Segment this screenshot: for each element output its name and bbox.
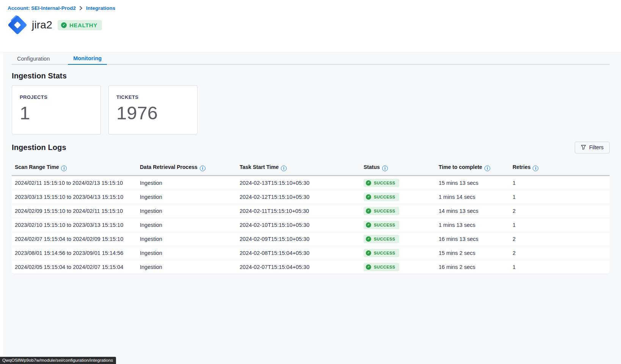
- column-label: Status: [364, 164, 380, 170]
- time-complete-cell: 15 mins 13 secs: [436, 176, 510, 190]
- integration-title-row: jira2 ✓ HEALTHY: [7, 14, 621, 36]
- check-icon: ✓: [366, 250, 371, 256]
- status-cell: ✓ SUCCESS: [361, 204, 436, 218]
- table-column-header: Task Start Timei: [237, 161, 361, 176]
- retries-cell: 1: [510, 190, 610, 204]
- stat-card-projects: PROJECTS 1: [12, 85, 101, 134]
- table-column-header: Scan Range Timei: [12, 161, 137, 176]
- retries-cell: 1: [510, 218, 610, 232]
- column-label: Data Retrieval Process: [140, 164, 198, 170]
- info-icon[interactable]: i: [281, 166, 287, 171]
- table-column-header: Data Retrieval Processi: [137, 161, 237, 176]
- scan-range-cell: 2024/02/05 15:15:04 to 2024/02/07 15:15:…: [12, 260, 137, 274]
- page-header: Account: SEI-Internal-Prod2 Integrations…: [0, 0, 621, 52]
- info-icon[interactable]: i: [533, 166, 538, 171]
- status-badge: ✓ SUCCESS: [364, 249, 399, 257]
- link-preview-status-bar: QwqOSllWp9ob7w/module/sei/configuration/…: [0, 357, 116, 364]
- info-icon[interactable]: i: [61, 166, 67, 171]
- status-badge: ✓ SUCCESS: [364, 235, 399, 243]
- check-icon: ✓: [366, 236, 371, 242]
- stat-card-tickets: TICKETS 1976: [108, 85, 198, 134]
- scan-range-cell: 2024/02/07 15:15:04 to 2024/02/09 15:15:…: [12, 232, 137, 246]
- table-row: 2023/03/13 15:15:10 to 2023/04/13 15:15:…: [12, 190, 610, 204]
- info-icon[interactable]: i: [382, 166, 388, 171]
- scan-range-cell: 2024/02/11 15:15:10 to 2024/02/13 15:15:…: [12, 176, 137, 190]
- tab-configuration[interactable]: Configuration: [12, 52, 55, 65]
- task-start-cell: 2024-02-09T15:15:10+05:30: [237, 232, 361, 246]
- process-cell: Ingestion: [137, 204, 237, 218]
- process-cell: Ingestion: [137, 246, 237, 260]
- retries-cell: 2: [510, 232, 610, 246]
- status-cell: ✓ SUCCESS: [361, 190, 436, 204]
- check-icon: ✓: [61, 22, 67, 28]
- chevron-right-icon: [79, 6, 83, 10]
- status-badge: ✓ SUCCESS: [364, 263, 399, 271]
- task-start-cell: 2024-02-11T15:15:10+05:30: [237, 204, 361, 218]
- check-icon: ✓: [366, 194, 371, 200]
- retries-cell: 2: [510, 204, 610, 218]
- process-cell: Ingestion: [137, 190, 237, 204]
- info-icon[interactable]: i: [485, 166, 490, 171]
- stat-label: PROJECTS: [20, 94, 93, 100]
- filters-button[interactable]: Filters: [575, 142, 610, 153]
- table-column-header: Statusi: [361, 161, 436, 176]
- health-badge-label: HEALTHY: [69, 22, 97, 28]
- status-cell: ✓ SUCCESS: [361, 260, 436, 274]
- check-icon: ✓: [366, 208, 371, 214]
- check-icon: ✓: [366, 264, 371, 270]
- column-label: Scan Range Time: [15, 164, 59, 170]
- breadcrumb: Account: SEI-Internal-Prod2 Integrations: [8, 5, 621, 11]
- stat-value: 1976: [116, 103, 190, 123]
- status-label: SUCCESS: [374, 223, 395, 227]
- check-icon: ✓: [366, 180, 371, 186]
- filters-button-label: Filters: [589, 144, 604, 150]
- status-badge: ✓ SUCCESS: [364, 221, 399, 229]
- stat-cards: PROJECTS 1 TICKETS 1976: [12, 85, 610, 134]
- process-cell: Ingestion: [137, 176, 237, 190]
- ingestion-logs-table: Scan Range TimeiData Retrieval ProcessiT…: [12, 161, 610, 274]
- stat-value: 1: [20, 103, 93, 123]
- time-complete-cell: 15 mins 2 secs: [436, 246, 510, 260]
- table-row: 2024/02/05 15:15:04 to 2024/02/07 15:15:…: [12, 260, 610, 274]
- column-label: Time to complete: [439, 164, 482, 170]
- table-column-header: Time to completei: [436, 161, 510, 176]
- status-cell: ✓ SUCCESS: [361, 246, 436, 260]
- table-row: 2023/08/01 15:14:56 to 2023/09/01 15:14:…: [12, 246, 610, 260]
- status-label: SUCCESS: [374, 209, 395, 213]
- task-start-cell: 2024-02-13T15:15:10+05:30: [237, 176, 361, 190]
- scan-range-cell: 2023/08/01 15:14:56 to 2023/09/01 15:14:…: [12, 246, 137, 260]
- status-label: SUCCESS: [374, 265, 395, 269]
- column-label: Retries: [513, 164, 530, 170]
- info-icon[interactable]: i: [200, 166, 205, 171]
- ingestion-logs-header: Ingestion Logs Filters: [12, 141, 610, 153]
- time-complete-cell: 1 mins 13 secs: [436, 218, 510, 232]
- time-complete-cell: 16 mins 13 secs: [436, 232, 510, 246]
- table-row: 2023/02/10 15:15:10 to 2023/03/13 15:15:…: [12, 218, 610, 232]
- tab-monitoring[interactable]: Monitoring: [68, 52, 107, 65]
- task-start-cell: 2024-02-12T15:15:10+05:30: [237, 190, 361, 204]
- check-icon: ✓: [366, 222, 371, 228]
- scan-range-cell: 2023/03/13 15:15:10 to 2023/04/13 15:15:…: [12, 190, 137, 204]
- scan-range-cell: 2024/02/09 15:15:10 to 2024/02/11 15:15:…: [12, 204, 137, 218]
- retries-cell: 1: [510, 176, 610, 190]
- table-row: 2024/02/07 15:15:04 to 2024/02/09 15:15:…: [12, 232, 610, 246]
- process-cell: Ingestion: [137, 218, 237, 232]
- status-badge: ✓ SUCCESS: [364, 193, 399, 201]
- status-cell: ✓ SUCCESS: [361, 218, 436, 232]
- breadcrumb-account-link[interactable]: Account: SEI-Internal-Prod2: [8, 5, 76, 11]
- logs-table-body: 2024/02/11 15:15:10 to 2024/02/13 15:15:…: [12, 176, 610, 274]
- process-cell: Ingestion: [137, 232, 237, 246]
- table-header-row: Scan Range TimeiData Retrieval ProcessiT…: [12, 161, 610, 176]
- status-badge: ✓ SUCCESS: [364, 179, 399, 187]
- status-label: SUCCESS: [374, 181, 395, 185]
- ingestion-stats-heading: Ingestion Stats: [12, 71, 610, 80]
- table-row: 2024/02/09 15:15:10 to 2024/02/11 15:15:…: [12, 204, 610, 218]
- task-start-cell: 2024-02-10T15:15:10+05:30: [237, 218, 361, 232]
- retries-cell: 2: [510, 246, 610, 260]
- jira-logo-icon: [7, 14, 28, 36]
- time-complete-cell: 14 mins 13 secs: [436, 204, 510, 218]
- process-cell: Ingestion: [137, 260, 237, 274]
- breadcrumb-integrations-link[interactable]: Integrations: [86, 5, 115, 11]
- ingestion-logs-heading: Ingestion Logs: [12, 143, 66, 152]
- status-badge: ✓ SUCCESS: [364, 207, 399, 215]
